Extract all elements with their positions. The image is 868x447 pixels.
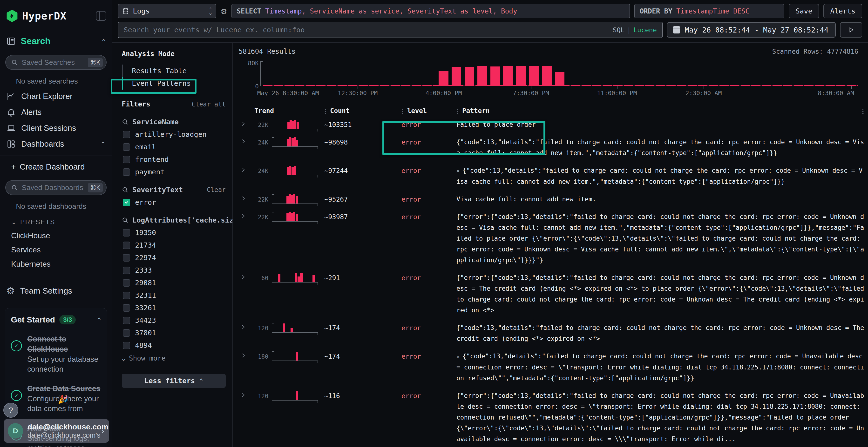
saved-dashboards-input[interactable]: Saved Dashboards ⌘K	[5, 180, 106, 195]
pattern-row[interactable]: 120~174error{"code":13,"details":"failed…	[239, 319, 868, 347]
histogram-bar[interactable]	[542, 66, 552, 86]
show-more-link[interactable]: ⌄Show more	[122, 354, 226, 362]
clear-filter-link[interactable]: Clear	[207, 186, 226, 194]
filter-option[interactable]: email	[122, 143, 226, 151]
checkbox-icon[interactable]	[123, 279, 130, 286]
checkbox-icon[interactable]	[123, 229, 130, 237]
expand-chevron-icon[interactable]	[239, 392, 254, 398]
filter-option[interactable]: payment	[122, 168, 226, 176]
filter-option[interactable]: 29081	[122, 279, 226, 287]
histogram-bar[interactable]	[529, 66, 539, 86]
pattern-row[interactable]: 22K~103351errorFailed to place order	[239, 116, 868, 133]
drag-handle-icon[interactable]	[457, 108, 459, 114]
analysis-mode-event-patterns[interactable]: Event Patterns	[122, 77, 226, 90]
sidebar-item-search[interactable]: Search	[21, 36, 97, 46]
histogram-bar[interactable]	[503, 66, 513, 86]
search-icon[interactable]	[122, 186, 128, 193]
checkbox-checked-icon[interactable]	[123, 199, 130, 206]
saved-searches-input[interactable]: Saved Searches ⌘K	[5, 55, 106, 70]
histogram-bar[interactable]	[516, 66, 526, 86]
drag-handle-icon[interactable]	[401, 108, 404, 114]
less-filters-button[interactable]: Less filters ⌃	[122, 374, 226, 388]
checkbox-icon[interactable]	[123, 329, 130, 337]
checkbox-icon[interactable]	[123, 131, 130, 138]
filter-option[interactable]: 19350	[122, 229, 226, 237]
lucene-toggle[interactable]: Lucene	[633, 26, 657, 34]
alerts-button[interactable]: Alerts	[824, 4, 862, 18]
histogram-bar[interactable]	[439, 71, 448, 86]
filter-option[interactable]: 4894	[122, 341, 226, 349]
pattern-row[interactable]: 60~291error{"error":{"code":13,"details"…	[239, 269, 868, 319]
help-button[interactable]: ?	[3, 403, 18, 418]
checkbox-icon[interactable]	[123, 254, 130, 262]
histogram-bar[interactable]	[465, 67, 474, 86]
preset-clickhouse[interactable]: ClickHouse	[0, 226, 112, 240]
expand-chevron-icon[interactable]	[239, 196, 254, 201]
sidebar-item-alerts[interactable]: Alerts	[0, 101, 112, 117]
histogram-bar[interactable]	[452, 67, 461, 86]
save-button[interactable]: Save	[789, 4, 819, 18]
filter-option[interactable]: artillery-loadgen	[122, 130, 226, 138]
expand-chevron-icon[interactable]	[239, 353, 254, 358]
checkbox-icon[interactable]	[123, 168, 130, 176]
filter-option[interactable]: frontend	[122, 156, 226, 164]
sidebar-item-team-settings[interactable]: ⚙ Team Settings	[0, 269, 112, 296]
pattern-row[interactable]: 120~116error{"error":{"code":13,"details…	[239, 387, 868, 447]
expand-chevron-icon[interactable]	[239, 213, 254, 219]
sql-toggle[interactable]: SQL	[613, 26, 624, 34]
pattern-row[interactable]: 180~174error×{"code":13,"details":"faile…	[239, 347, 868, 387]
expand-chevron-icon[interactable]	[239, 121, 254, 127]
filter-option[interactable]: 33261	[122, 304, 226, 312]
select-clause-input[interactable]: SELECT Timestamp, ServiceName as service…	[231, 4, 630, 18]
expand-chevron-icon[interactable]	[239, 139, 254, 144]
source-select[interactable]: Logs ⌃⌄	[118, 4, 216, 18]
chevron-up-icon[interactable]: ⌃	[102, 38, 105, 45]
checkbox-icon[interactable]	[123, 304, 130, 312]
pattern-row[interactable]: 22K~93987error{"error":{"code":13,"detai…	[239, 208, 868, 269]
expand-x-icon[interactable]: ×	[457, 168, 460, 174]
histogram-bar[interactable]	[477, 66, 487, 86]
column-header-trend[interactable]: Trend	[254, 107, 324, 114]
column-header-level[interactable]: level	[401, 107, 457, 114]
filter-option[interactable]: 22974	[122, 253, 226, 262]
collapse-sidebar-icon[interactable]	[96, 11, 106, 21]
search-icon[interactable]	[122, 217, 128, 224]
histogram-bar[interactable]	[490, 66, 500, 86]
expand-x-icon[interactable]: ×	[457, 353, 460, 359]
results-histogram[interactable]: 80K 0 May 26 8:30:00 AM12:30:00 PM4:00:0…	[239, 60, 868, 99]
checkbox-icon[interactable]	[123, 143, 130, 151]
pattern-row[interactable]: 24K~97244error×{"code":13,"details":"fai…	[239, 162, 868, 191]
filter-option[interactable]: 32311	[122, 291, 226, 299]
search-icon[interactable]	[122, 118, 128, 125]
filter-option[interactable]: 34423	[122, 316, 226, 324]
pattern-row[interactable]: 22K~95267errorVisa cache full: cannot ad…	[239, 191, 868, 208]
sidebar-item-dashboards[interactable]: Dashboards ⌃	[0, 133, 112, 149]
filter-option[interactable]: 21734	[122, 241, 226, 249]
checkbox-icon[interactable]	[123, 342, 130, 349]
drag-handle-icon[interactable]	[862, 108, 864, 114]
create-dashboard-button[interactable]: + Create Dashboard	[0, 156, 112, 171]
checkbox-icon[interactable]	[123, 317, 130, 324]
clear-all-filters-link[interactable]: Clear all	[192, 101, 226, 108]
chevron-up-icon[interactable]: ⌃	[100, 140, 105, 148]
filter-option[interactable]: 2333	[122, 266, 226, 274]
drag-handle-icon[interactable]	[324, 108, 327, 114]
time-range-picker[interactable]: May 26 08:52:44 - May 27 08:52:44	[667, 22, 836, 38]
analysis-mode-results-table[interactable]: Results Table	[122, 65, 226, 77]
column-header-pattern[interactable]: Pattern	[457, 107, 864, 114]
preset-kubernetes[interactable]: Kubernetes	[0, 254, 112, 269]
expand-chevron-icon[interactable]	[239, 274, 254, 280]
checkbox-icon[interactable]	[123, 291, 130, 299]
filter-option[interactable]: 37801	[122, 329, 226, 337]
sidebar-item-chart-explorer[interactable]: Chart Explorer	[0, 85, 112, 101]
checkbox-icon[interactable]	[123, 156, 130, 163]
run-query-button[interactable]	[840, 22, 862, 38]
preset-services[interactable]: Services	[0, 240, 112, 254]
checkbox-icon[interactable]	[123, 267, 130, 274]
order-by-input[interactable]: ORDER BY TimestampTime DESC	[634, 4, 784, 18]
checkbox-icon[interactable]	[123, 242, 130, 249]
expand-chevron-icon[interactable]	[239, 167, 254, 172]
event-search-input[interactable]: Search your events w/ Lucene ex. column:…	[118, 22, 662, 38]
presets-toggle[interactable]: ⌄ PRESETS	[0, 210, 112, 226]
user-menu[interactable]: D dale@clickhouse.com dale@clickhouse.co…	[4, 419, 109, 443]
